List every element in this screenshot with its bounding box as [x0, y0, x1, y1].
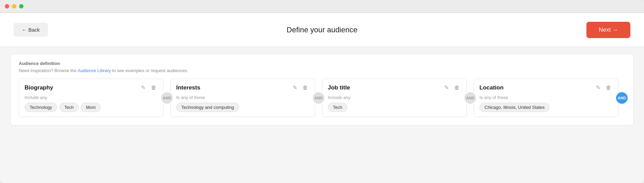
biography-condition: Include any: [25, 95, 158, 100]
close-button[interactable]: [5, 4, 9, 9]
minimize-button[interactable]: [12, 4, 16, 9]
interests-filter: Interests ✎ 🗑 Is any of these Technology…: [170, 79, 315, 117]
and-badge-2: AND: [312, 91, 325, 105]
audience-library-link[interactable]: Audience Library: [78, 68, 111, 73]
location-filter-title: Location: [479, 84, 504, 91]
location-tags: Chicago, Illinois, United States: [479, 103, 613, 112]
back-button[interactable]: ← Back: [14, 23, 48, 37]
and-connector-4[interactable]: AND: [614, 79, 630, 117]
title-bar: [0, 0, 644, 13]
and-badge-4[interactable]: AND: [615, 91, 629, 105]
audience-definition-label: Audience definition: [19, 61, 625, 66]
subtitle-prefix: Need inspiration? Browse the: [19, 68, 78, 73]
and-connector-3: AND: [462, 79, 478, 117]
app-window: ← Back Define your audience Next → Audie…: [0, 0, 644, 183]
content-area: Audience definition Need inspiration? Br…: [0, 47, 644, 132]
subtitle-suffix: to see examples or request audiences.: [111, 68, 188, 73]
job-title-filter: Job title ✎ 🗑 Include any Tech: [322, 79, 467, 117]
interests-filter-actions: ✎ 🗑: [291, 84, 309, 92]
biography-edit-button[interactable]: ✎: [140, 84, 147, 92]
interests-tags: Technology and computing: [176, 103, 309, 112]
biography-filter-header: Biography ✎ 🗑: [25, 84, 158, 92]
interests-delete-button[interactable]: 🗑: [301, 84, 309, 92]
tag-tech-computing: Technology and computing: [176, 103, 239, 112]
biography-filter-actions: ✎ 🗑: [140, 84, 158, 92]
maximize-button[interactable]: [19, 4, 24, 9]
job-title-tags: Tech: [328, 103, 461, 112]
next-button[interactable]: Next →: [586, 22, 630, 38]
interests-condition: Is any of these: [176, 95, 309, 100]
job-title-edit-button[interactable]: ✎: [443, 84, 450, 92]
location-filter-actions: ✎ 🗑: [595, 84, 613, 92]
audience-definition-card: Audience definition Need inspiration? Br…: [10, 54, 634, 126]
location-filter-header: Location ✎ 🗑: [479, 84, 613, 92]
job-title-filter-title: Job title: [328, 84, 350, 91]
location-delete-button[interactable]: 🗑: [604, 84, 613, 92]
tag-tech-job: Tech: [328, 103, 347, 112]
location-edit-button[interactable]: ✎: [595, 84, 602, 92]
tag-technology: Technology: [25, 103, 57, 112]
location-filter: Location ✎ 🗑 Is any of these Chicago, Il…: [474, 79, 618, 117]
and-connector-2: AND: [310, 79, 327, 117]
biography-tags: Technology Tech Mom: [25, 103, 158, 112]
interests-edit-button[interactable]: ✎: [291, 84, 298, 92]
tag-chicago: Chicago, Illinois, United States: [479, 103, 550, 112]
job-title-filter-actions: ✎ 🗑: [443, 84, 461, 92]
biography-filter-title: Biography: [25, 84, 53, 91]
job-title-delete-button[interactable]: 🗑: [453, 84, 461, 92]
interests-filter-header: Interests ✎ 🗑: [176, 84, 309, 92]
biography-delete-button[interactable]: 🗑: [150, 84, 158, 92]
biography-filter: Biography ✎ 🗑 Include any Technology Tec…: [19, 79, 164, 117]
interests-filter-title: Interests: [176, 84, 200, 91]
page-title: Define your audience: [287, 26, 357, 34]
job-title-filter-header: Job title ✎ 🗑: [328, 84, 461, 92]
header: ← Back Define your audience Next →: [0, 13, 644, 47]
and-badge-1: AND: [160, 91, 174, 105]
tag-mom: Mom: [81, 103, 101, 112]
and-badge-3: AND: [463, 91, 477, 105]
job-title-condition: Include any: [328, 95, 461, 100]
tag-tech: Tech: [59, 103, 79, 112]
location-condition: Is any of these: [479, 95, 613, 100]
audience-subtitle: Need inspiration? Browse the Audience Li…: [19, 68, 625, 73]
and-connector-1: AND: [159, 79, 175, 117]
filters-row: Biography ✎ 🗑 Include any Technology Tec…: [19, 79, 625, 117]
